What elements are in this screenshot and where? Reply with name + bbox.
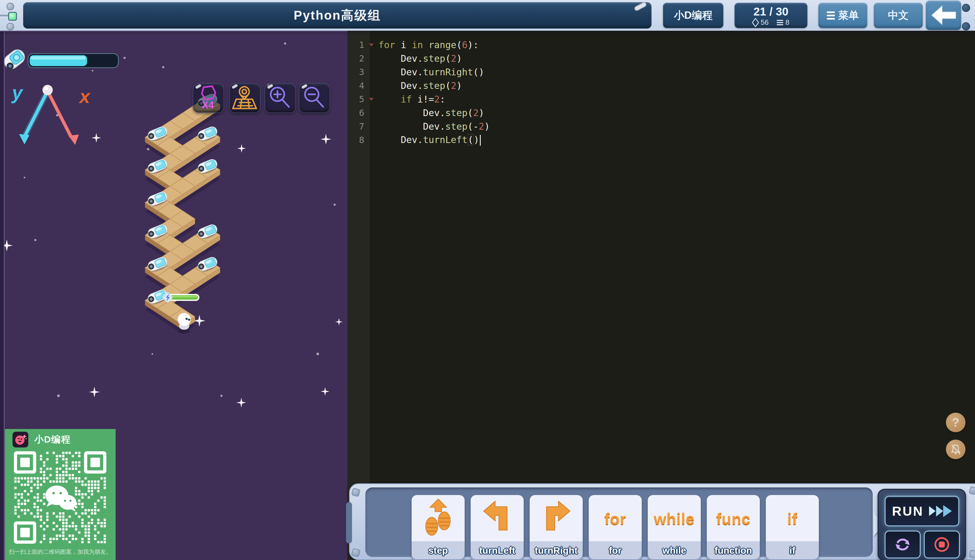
code-text: Dev.step(-2) (374, 121, 490, 132)
language-label: 中文 (888, 8, 908, 22)
map-button[interactable] (229, 83, 260, 113)
zoom-out-button[interactable] (299, 83, 330, 113)
line-number: 7 (347, 121, 369, 132)
code-lines: 1for i in range(6):2 Dev.step(2)3 Dev.tu… (347, 38, 975, 147)
star-dot (316, 353, 319, 355)
sparkle-icon (321, 387, 329, 396)
code-text: for i in range(6): (374, 39, 479, 50)
screw-icon (962, 4, 970, 12)
brand-button[interactable]: 小D编程 (663, 3, 723, 28)
status-led (8, 12, 17, 21)
question-icon: ? (952, 416, 960, 429)
level-progress-box: 21 / 30 56 8 (735, 3, 807, 28)
run-button[interactable]: RUN (885, 496, 959, 526)
code-line: 3 Dev.turnRight() (347, 65, 975, 79)
zoom-in-button[interactable] (264, 83, 296, 113)
text-cursor (480, 135, 481, 146)
lines-count: 8 (785, 18, 789, 27)
toolbar-card-function[interactable]: funcfunction (707, 495, 760, 559)
run-panel: RUN (878, 489, 966, 560)
screw-icon (969, 486, 975, 495)
sparkle-icon (321, 134, 331, 145)
x-axis-label: x (78, 86, 91, 107)
mute-button[interactable] (946, 440, 965, 459)
fast-forward-icon (929, 505, 952, 517)
robot-character (178, 313, 191, 333)
code-line: 1for i in range(6): (347, 38, 975, 52)
top-bar: Python高级组 小D编程 21 / 30 56 8 菜单 中文 (0, 0, 975, 31)
toolbar-card-while[interactable]: whilewhile (648, 495, 701, 559)
reset-icon (895, 537, 911, 553)
code-line: 8 Dev.turnLeft() (347, 133, 975, 147)
medal-button[interactable]: X4 (193, 83, 224, 113)
code-text: Dev.step(2) (374, 53, 462, 64)
help-button[interactable]: ? (946, 413, 965, 432)
code-text: Dev.turnLeft() (374, 134, 481, 146)
arrow-left-icon (926, 0, 961, 30)
star-dot (152, 353, 153, 355)
block-palette: step turnLeft turnRightforforwhilewhilef… (366, 487, 873, 557)
code-line: 7 Dev.step(-2) (347, 120, 975, 133)
line-number: 2 (347, 53, 369, 63)
stop-button[interactable] (924, 531, 960, 558)
toolbar-card-turnRight[interactable]: turnRight (530, 495, 583, 559)
level-stats: 56 8 (753, 18, 789, 27)
reset-button[interactable] (885, 531, 921, 558)
fold-icon[interactable] (369, 43, 374, 47)
code-text: Dev.step(2) (374, 80, 462, 91)
axes-indicator: y x (11, 82, 91, 145)
step-icon (412, 497, 465, 540)
language-button[interactable]: 中文 (874, 3, 923, 28)
star-dot (334, 203, 336, 206)
line-number: 4 (347, 80, 369, 91)
turn-left-icon (471, 497, 524, 540)
star-dot (92, 70, 93, 72)
back-button[interactable] (926, 0, 961, 30)
card-label: step (412, 545, 465, 556)
star-dot (124, 57, 126, 59)
toolbar-card-step[interactable]: step (412, 495, 465, 559)
page-title: Python高级组 (294, 7, 381, 24)
function-glyph: func (707, 497, 760, 540)
code-text: if i!=2: (374, 94, 445, 105)
line-number: 8 (347, 135, 369, 145)
card-label: while (648, 545, 701, 556)
gloss-highlight (634, 2, 647, 12)
card-label: function (707, 545, 760, 556)
sparkle-icon (237, 144, 246, 153)
level-progress: 21 / 30 (753, 6, 788, 18)
while-glyph: while (648, 497, 701, 540)
sparkle-icon (92, 133, 101, 143)
y-axis-label: y (11, 82, 23, 103)
if-glyph: if (766, 497, 819, 540)
sparkle-icon (89, 387, 100, 397)
sparkle-icon (236, 398, 246, 407)
led-wire (0, 15, 8, 16)
brand-label: 小D编程 (674, 8, 712, 22)
code-text: Dev.turnRight() (374, 67, 484, 77)
code-line: 4 Dev.step(2) (347, 79, 975, 92)
toolbar-card-for[interactable]: forfor (589, 495, 642, 559)
code-line: 6 Dev.step(2) (347, 106, 975, 120)
star-dot (57, 395, 60, 397)
battery-hud-icon (2, 47, 27, 72)
line-number: 6 (347, 108, 369, 118)
qr-code (14, 451, 106, 544)
code-editor[interactable]: 1for i in range(6):2 Dev.step(2)3 Dev.tu… (347, 31, 975, 560)
menu-label: 菜单 (838, 8, 859, 22)
app-avatar-icon (13, 432, 28, 447)
star-dot (284, 42, 286, 45)
fold-icon[interactable] (369, 98, 374, 101)
code-line: 2 Dev.step(2) (347, 52, 975, 65)
line-number: 5 (347, 94, 369, 104)
card-label: for (589, 545, 642, 556)
menu-button[interactable]: 菜单 (818, 3, 867, 28)
screw-icon (7, 23, 14, 30)
toolbar-card-turnLeft[interactable]: turnLeft (471, 495, 524, 559)
block-icon (752, 18, 759, 27)
for-glyph: for (589, 497, 642, 540)
sparkle-icon (335, 318, 343, 326)
star-dot (24, 177, 25, 178)
code-text: Dev.step(2) (374, 107, 484, 118)
toolbar-card-if[interactable]: ifif (766, 495, 819, 559)
